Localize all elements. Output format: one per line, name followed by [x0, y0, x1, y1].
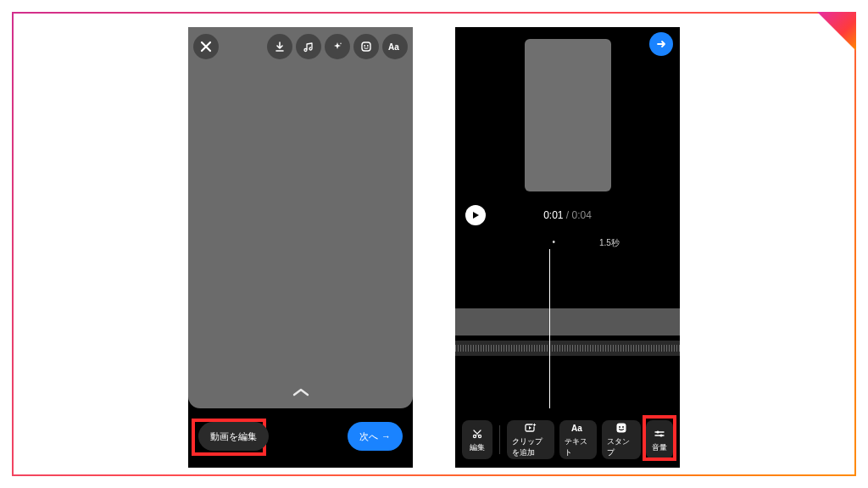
- play-icon: [471, 211, 480, 219]
- download-button[interactable]: [267, 34, 292, 59]
- next-label: 次へ: [359, 430, 378, 443]
- scale-dot: •: [553, 237, 556, 249]
- phone-pair: Aa 動画を編集 次へ →: [12, 12, 856, 476]
- time-current: 0:01: [543, 209, 563, 221]
- scale-value: 1.5秒: [599, 237, 620, 249]
- edit-video-button[interactable]: 動画を編集: [198, 422, 269, 451]
- svg-point-2: [367, 45, 369, 47]
- tool-text-label: テキスト: [565, 436, 592, 458]
- tutorial-slide: Aa 動画を編集 次へ →: [0, 0, 868, 488]
- time-indicator: 0:01 / 0:04: [494, 209, 641, 221]
- tool-stamp-label: スタンプ: [607, 436, 636, 458]
- close-button[interactable]: [193, 34, 219, 59]
- audio-track[interactable]: [455, 341, 680, 356]
- timeline[interactable]: [455, 249, 680, 408]
- story-preview-area[interactable]: Aa: [188, 27, 413, 408]
- story-tools-row: Aa: [267, 34, 408, 59]
- svg-text:Aa: Aa: [388, 42, 399, 52]
- tool-addclip-label: クリップを追加: [512, 436, 549, 458]
- video-thumbnail[interactable]: [525, 39, 611, 191]
- stamp-icon: [615, 421, 627, 435]
- chevron-up-icon: [292, 386, 310, 398]
- text-aa-icon: Aa: [570, 421, 586, 435]
- phone-story-preview: Aa 動画を編集 次へ →: [188, 27, 413, 468]
- tool-stamp[interactable]: スタンプ: [602, 420, 641, 459]
- text-button[interactable]: Aa: [382, 34, 408, 59]
- next-button[interactable]: 次へ →: [348, 422, 403, 451]
- add-clip-icon: [524, 421, 537, 435]
- edit-video-label: 動画を編集: [210, 430, 257, 443]
- tool-text[interactable]: Aa テキスト: [559, 420, 597, 459]
- sticker-icon: [360, 41, 372, 53]
- story-topbar: Aa: [193, 34, 408, 59]
- close-icon: [200, 41, 212, 53]
- svg-point-10: [619, 426, 620, 428]
- toolbar-divider: [499, 425, 500, 454]
- music-button[interactable]: [296, 34, 321, 59]
- tool-add-clip[interactable]: クリップを追加: [507, 420, 554, 459]
- svg-text:Aa: Aa: [571, 424, 582, 433]
- svg-point-1: [364, 45, 365, 47]
- timeline-scale: • 1.5秒: [553, 237, 620, 249]
- time-sep: /: [563, 209, 571, 221]
- playback-row: 0:01 / 0:04: [455, 205, 680, 225]
- editor-header: [649, 32, 673, 56]
- phone-video-editor: 0:01 / 0:04 • 1.5秒 編: [455, 27, 680, 468]
- playhead[interactable]: [549, 249, 550, 408]
- download-icon: [274, 41, 286, 53]
- svg-rect-0: [362, 42, 370, 51]
- scissors-icon: [471, 427, 483, 441]
- tool-edit-label: 編集: [470, 442, 485, 453]
- time-total: 0:04: [572, 209, 592, 221]
- play-button[interactable]: [465, 205, 486, 225]
- video-track[interactable]: [455, 308, 680, 336]
- svg-rect-9: [617, 424, 626, 433]
- arrow-right-icon: →: [381, 431, 391, 441]
- story-bottom-bar: 動画を編集 次へ →: [188, 408, 413, 468]
- highlight-volume: [643, 415, 676, 461]
- sticker-button[interactable]: [353, 34, 379, 59]
- svg-point-11: [622, 426, 624, 428]
- text-icon: Aa: [388, 41, 402, 53]
- effects-button[interactable]: [325, 34, 350, 59]
- tool-edit[interactable]: 編集: [462, 420, 492, 459]
- music-icon: [303, 41, 314, 53]
- sparkle-icon: [331, 41, 343, 53]
- continue-button[interactable]: [649, 32, 673, 56]
- waveform: [455, 345, 680, 352]
- arrow-right-icon: [655, 38, 667, 50]
- expand-chevron[interactable]: [292, 386, 310, 398]
